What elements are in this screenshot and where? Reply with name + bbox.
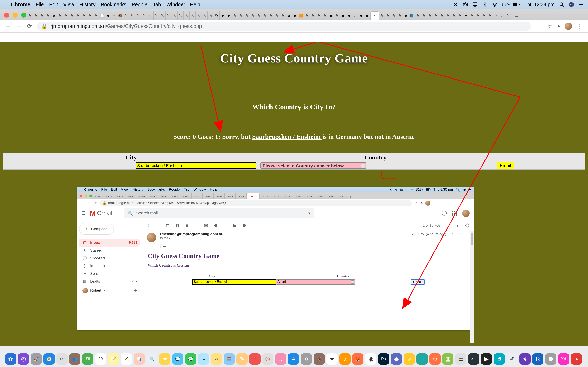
dock-app[interactable]: 🚀 <box>31 353 42 365</box>
background-tab[interactable]: ✎ <box>268 11 274 20</box>
email-button[interactable]: Email <box>497 162 514 169</box>
new-tab-button[interactable]: + <box>514 13 520 20</box>
extensions-icon[interactable]: ▾ <box>557 24 560 29</box>
dock-app[interactable]: 🔍 <box>146 353 158 365</box>
dock-app[interactable]: 👥 <box>69 353 80 365</box>
dock-app[interactable]: A <box>288 353 299 365</box>
dock-app[interactable]: 🦊 <box>352 353 363 365</box>
dock-app[interactable]: 🗺 <box>82 353 93 365</box>
background-tab[interactable]: ◆ <box>105 11 112 20</box>
country-select[interactable]: Please select a Country answer below ...… <box>260 162 366 169</box>
dock-app[interactable]: R <box>532 353 544 365</box>
dock-app[interactable]: 🧮 <box>224 353 235 365</box>
menu-clock[interactable]: Thu 12:34 pm <box>524 2 554 7</box>
background-tab[interactable]: ✎ <box>57 11 63 20</box>
background-tab[interactable]: ✎ <box>481 11 487 20</box>
background-tab[interactable]: ✎ <box>45 11 51 20</box>
mac-menu-edit[interactable]: Edit <box>49 2 58 8</box>
dock-app[interactable]: >_ <box>468 353 479 365</box>
airplay-icon[interactable] <box>472 2 478 7</box>
dock-app[interactable]: ◆ <box>391 353 402 365</box>
background-tab[interactable]: ✎ <box>421 11 427 20</box>
background-tab[interactable]: ✎ <box>280 11 286 20</box>
forward-button[interactable]: → <box>16 23 22 30</box>
background-tab[interactable]: ✎ <box>63 11 69 20</box>
maximize-window-button[interactable] <box>21 13 26 17</box>
dock-app[interactable]: ♫ <box>275 353 286 365</box>
background-tab[interactable]: ✓ <box>493 11 499 20</box>
background-tab[interactable]: a <box>286 11 292 20</box>
dock-app[interactable]: 💬 <box>172 353 183 365</box>
background-tab[interactable]: ✓ <box>499 11 506 20</box>
background-tab[interactable]: ✎ <box>385 11 391 20</box>
background-tab[interactable]: ✎ <box>165 11 172 20</box>
dock-app[interactable]: 📁 <box>404 353 415 365</box>
background-tab[interactable]: ✎ <box>433 11 439 20</box>
dock-app[interactable]: ◎ <box>18 353 29 365</box>
background-tab[interactable]: ✎ <box>172 11 178 20</box>
background-tab[interactable]: ✎ <box>475 11 481 20</box>
background-tab[interactable]: ✎ <box>505 11 511 20</box>
background-tab[interactable]: ✎ <box>451 11 457 20</box>
background-tab[interactable]: ◆ <box>220 11 226 20</box>
address-bar[interactable]: 🔒 rjmprogramming.com.au/Games/CityGuessC… <box>37 22 531 31</box>
dock-app[interactable]: ✐ <box>507 353 518 365</box>
profile-avatar-icon[interactable] <box>565 23 572 30</box>
dock-app[interactable]: 📍 <box>249 353 260 365</box>
active-tab[interactable]: × <box>370 11 379 20</box>
mac-menu-window[interactable]: Window <box>166 2 185 8</box>
background-tab[interactable]: ✎ <box>93 11 99 20</box>
background-tab[interactable]: ✎ <box>415 11 421 20</box>
background-tab[interactable]: ✎ <box>244 11 250 20</box>
background-tab[interactable]: ✎ <box>208 11 214 20</box>
background-tab[interactable]: 📘 <box>409 11 415 20</box>
mac-menu-file[interactable]: File <box>35 2 44 8</box>
background-tab[interactable]: ✎ <box>81 11 87 20</box>
background-tab[interactable]: 🟧 <box>298 11 304 20</box>
background-tab[interactable]: ✎ <box>202 11 208 20</box>
back-button[interactable]: ← <box>5 23 11 30</box>
malwarebytes-icon[interactable] <box>463 2 468 7</box>
background-tab[interactable]: ✓ <box>352 11 358 20</box>
background-tab[interactable]: W <box>214 11 220 20</box>
dock-app[interactable]: ▶ <box>481 353 492 365</box>
background-tab[interactable]: ◆ <box>292 11 298 20</box>
background-tab[interactable]: ✎ <box>69 11 75 20</box>
background-tab[interactable]: ✎ <box>154 11 160 20</box>
bluetooth-icon[interactable] <box>482 2 488 7</box>
background-tab[interactable]: ◆ <box>340 11 346 20</box>
background-tab[interactable]: ◆ <box>364 11 370 20</box>
background-tab[interactable]: ✎ <box>130 11 136 20</box>
close-window-button[interactable] <box>4 13 9 17</box>
dock-app[interactable]: 🐻 <box>314 353 325 365</box>
background-tab[interactable]: ✎ <box>87 11 93 20</box>
dock-app[interactable]: ⬢ <box>545 353 556 365</box>
background-tab[interactable]: 📄 <box>99 11 105 20</box>
background-tab[interactable]: ✎ <box>33 11 39 20</box>
background-tab[interactable]: ✎ <box>196 11 202 20</box>
background-tab[interactable]: ✎ <box>232 11 238 20</box>
dock-app[interactable]: 💬 <box>185 353 196 365</box>
background-tab[interactable]: ✎ <box>457 11 463 20</box>
mac-menu-history[interactable]: History <box>80 2 95 8</box>
background-tab[interactable]: 🐻 <box>117 11 123 20</box>
dock-app[interactable]: ⚙︎ <box>301 353 312 365</box>
window-traffic-lights[interactable] <box>4 13 26 17</box>
background-tab[interactable]: ✎ <box>469 11 475 20</box>
background-tab[interactable]: ✎ <box>397 11 403 20</box>
mac-menu-help[interactable]: Help <box>190 2 200 8</box>
score-city-link[interactable]: Saarbruecken / Ensheim <box>252 133 322 140</box>
background-tab[interactable]: ✎ <box>39 11 45 20</box>
background-tab[interactable]: ✎ <box>141 11 148 20</box>
background-tab[interactable]: ✎ <box>391 11 397 20</box>
dock-app[interactable]: 📊 <box>134 353 145 365</box>
background-tab[interactable]: ✎ <box>304 11 310 20</box>
background-tab[interactable]: ✎ <box>487 11 493 20</box>
dock-app[interactable]: Ps <box>378 353 389 365</box>
background-tab[interactable]: ✎ <box>190 11 196 20</box>
dock-app[interactable]: 🌐 <box>416 353 428 365</box>
minimize-window-button[interactable] <box>13 13 17 17</box>
background-tab[interactable]: ◆ <box>226 11 232 20</box>
dock-app[interactable]: ⌁ <box>571 353 582 365</box>
dock-app[interactable]: ☰ <box>455 353 466 365</box>
